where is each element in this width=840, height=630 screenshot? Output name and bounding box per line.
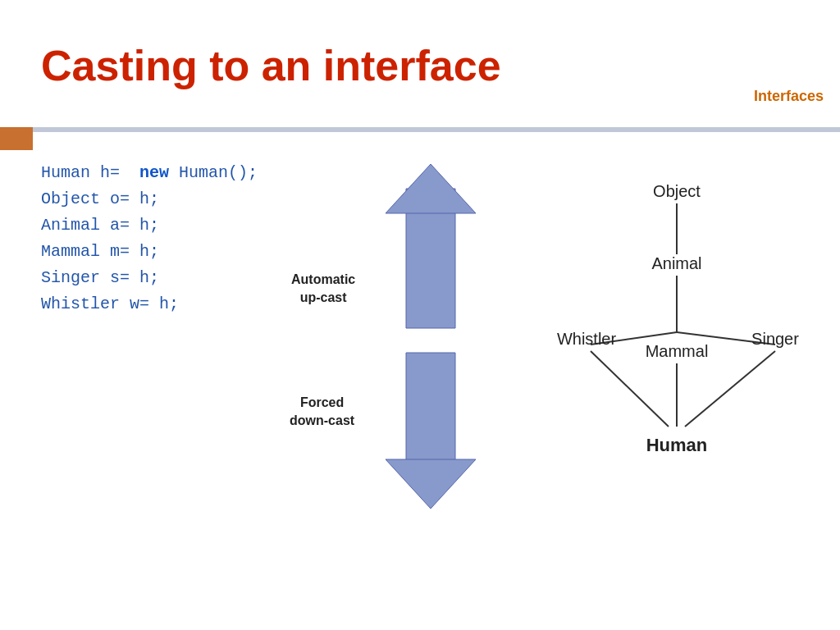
- code-line-2: Object o= h;: [41, 186, 258, 212]
- svg-line-14: [591, 351, 669, 427]
- arrows-svg: [377, 164, 484, 509]
- svg-text:Human: Human: [646, 435, 708, 455]
- slide-title: Casting to an interface: [41, 41, 501, 90]
- svg-text:Object: Object: [653, 182, 701, 200]
- svg-text:Whistler: Whistler: [557, 330, 617, 348]
- code-block: Human h= new Human(); Object o= h; Anima…: [41, 160, 258, 317]
- code-line-5: Singer s= h;: [41, 265, 258, 291]
- svg-line-15: [685, 351, 775, 427]
- svg-marker-2: [406, 353, 455, 476]
- svg-text:Singer: Singer: [751, 330, 799, 348]
- svg-marker-3: [386, 459, 476, 509]
- accent-square: [0, 127, 33, 150]
- code-line-4: Mammal m= h;: [41, 239, 258, 265]
- svg-text:Animal: Animal: [651, 254, 701, 272]
- accent-bar: [0, 127, 840, 132]
- code-line-1: Human h= new Human();: [41, 160, 258, 186]
- section-label: Interfaces: [754, 88, 824, 105]
- label-downcast: Forceddown-cast: [290, 394, 354, 431]
- keyword-new: new: [139, 163, 169, 182]
- hierarchy-svg: Object Animal Whistler Mammal Singer Hum…: [541, 164, 812, 509]
- code-line-3: Animal a= h;: [41, 212, 258, 239]
- svg-marker-1: [386, 164, 476, 213]
- label-upcast: Automaticup-cast: [291, 271, 355, 308]
- svg-text:Mammal: Mammal: [646, 342, 709, 360]
- code-line-6: Whistler w= h;: [41, 291, 258, 317]
